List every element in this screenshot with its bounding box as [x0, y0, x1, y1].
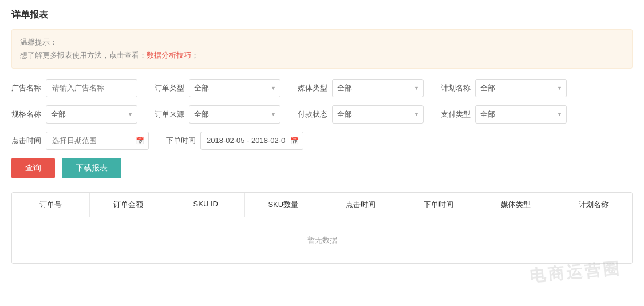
payment-type-select-wrapper: 全部: [475, 105, 567, 124]
click-time-label: 点击时间: [11, 136, 41, 146]
media-type-label: 媒体类型: [298, 83, 327, 93]
payment-type-select[interactable]: 全部: [475, 105, 567, 124]
col-click-time: 点击时间: [322, 193, 400, 217]
payment-type-filter: 支付类型 全部: [441, 105, 567, 124]
order-time-label: 下单时间: [166, 136, 196, 146]
payment-type-label: 支付类型: [441, 109, 471, 120]
payment-status-label: 付款状态: [298, 109, 327, 120]
data-analysis-link[interactable]: 数据分析技巧: [147, 51, 191, 59]
col-plan-name: 计划名称: [555, 193, 633, 217]
col-order-amount: 订单金额: [90, 193, 168, 217]
click-time-input[interactable]: [46, 132, 149, 150]
no-data-message: 暂无数据: [296, 224, 349, 257]
click-time-date-wrapper: [46, 132, 149, 150]
order-time-filter: 下单时间: [166, 132, 303, 150]
filter-row-1: 广告名称 订单类型 全部 媒体类型 全部: [11, 79, 633, 97]
col-sku-id: SKU ID: [167, 193, 245, 217]
payment-status-select-wrapper: 全部: [332, 105, 424, 124]
order-source-select-wrapper: 全部: [189, 105, 280, 124]
order-type-label: 订单类型: [155, 83, 184, 93]
table-header: 订单号 订单金额 SKU ID SKU数量 点击时间 下单时间 媒体类型 计划名…: [12, 193, 632, 217]
order-source-filter: 订单来源 全部: [155, 105, 280, 124]
data-table: 订单号 订单金额 SKU ID SKU数量 点击时间 下单时间 媒体类型 计划名…: [11, 192, 633, 264]
media-type-filter: 媒体类型 全部: [298, 79, 424, 97]
filter-row-3: 点击时间 下单时间: [11, 132, 633, 150]
ad-name-filter: 广告名称: [11, 79, 137, 97]
spec-name-label: 规格名称: [11, 109, 41, 120]
plan-name-filter: 计划名称 全部: [441, 79, 567, 97]
col-media-type: 媒体类型: [477, 193, 555, 217]
notice-line1: 温馨提示：: [20, 35, 624, 49]
order-source-label: 订单来源: [155, 109, 184, 120]
plan-name-select-wrapper: 全部: [475, 79, 567, 97]
spec-name-filter: 规格名称 全部: [11, 105, 137, 124]
query-button[interactable]: 查询: [11, 158, 55, 178]
payment-status-select[interactable]: 全部: [332, 105, 424, 124]
col-order-time: 下单时间: [400, 193, 478, 217]
order-time-input[interactable]: [200, 132, 303, 150]
ad-name-input[interactable]: [46, 79, 137, 97]
payment-status-filter: 付款状态 全部: [298, 105, 424, 124]
filter-row-2: 规格名称 全部 订单来源 全部 付款状态: [11, 105, 633, 124]
click-time-filter: 点击时间: [11, 132, 149, 150]
spec-name-select[interactable]: 全部: [46, 105, 137, 124]
plan-name-select[interactable]: 全部: [475, 79, 567, 97]
notice-line2: 想了解更多报表使用方法，点击查看：数据分析技巧；: [20, 49, 624, 62]
media-type-select-wrapper: 全部: [332, 79, 424, 97]
order-type-select-wrapper: 全部: [189, 79, 280, 97]
notice-prefix: 想了解更多报表使用方法，点击查看：: [20, 51, 147, 59]
order-source-select[interactable]: 全部: [189, 105, 280, 124]
spec-name-select-wrapper: 全部: [46, 105, 137, 124]
col-sku-qty: SKU数量: [245, 193, 323, 217]
notice-suffix: ；: [191, 51, 199, 59]
order-type-filter: 订单类型 全部: [155, 79, 280, 97]
download-button[interactable]: 下载报表: [62, 158, 121, 178]
order-time-date-wrapper: [200, 132, 303, 150]
ad-name-label: 广告名称: [11, 83, 41, 93]
plan-name-label: 计划名称: [441, 83, 471, 93]
page-title: 详单报表: [11, 9, 633, 21]
btn-row: 查询 下载报表: [11, 158, 633, 178]
col-order-no: 订单号: [12, 193, 90, 217]
notice-box: 温馨提示： 想了解更多报表使用方法，点击查看：数据分析技巧；: [11, 29, 633, 69]
table-body: 暂无数据: [12, 217, 632, 263]
media-type-select[interactable]: 全部: [332, 79, 424, 97]
order-type-select[interactable]: 全部: [189, 79, 280, 97]
filter-section: 广告名称 订单类型 全部 媒体类型 全部: [11, 79, 633, 150]
